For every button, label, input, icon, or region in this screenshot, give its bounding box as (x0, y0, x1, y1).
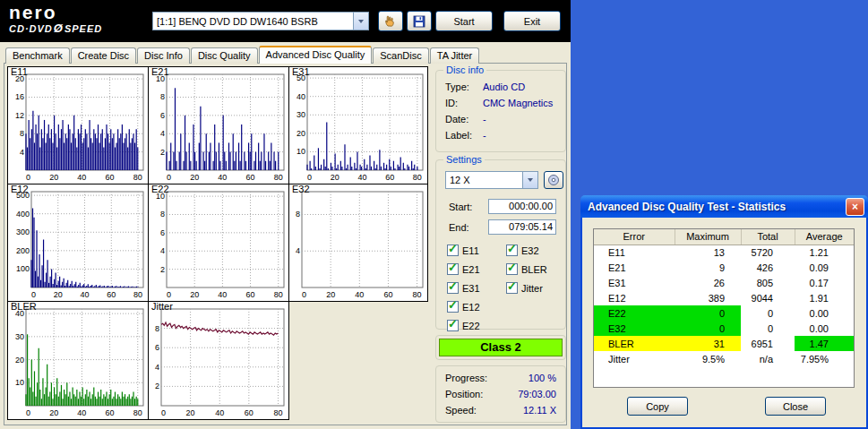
stats-cell-error: BLER (594, 336, 675, 351)
settings-group: Settings 12 X Start: 000:00.00 End: 079:… (435, 159, 566, 330)
drive-select[interactable]: [1:1] BENQ DVD DD DW1640 BSRB (152, 12, 369, 30)
svg-text:60: 60 (385, 173, 394, 182)
svg-text:E12: E12 (11, 184, 29, 194)
checkbox-label: E22 (462, 321, 480, 331)
stats-header-total[interactable]: Total (741, 229, 795, 245)
logo-glyph: Ø (54, 21, 64, 35)
checkbox-e12[interactable]: ✓E12 (447, 297, 480, 316)
tab-disc-quality[interactable]: Disc Quality (191, 47, 258, 64)
stats-cell-maximum: 9 (675, 260, 741, 275)
chart-e31: 1020304050020406080E31 (288, 66, 428, 184)
refresh-button[interactable] (544, 171, 563, 189)
chart-e12: 100200300400500020406080E12 (7, 184, 149, 302)
svg-text:10: 10 (296, 147, 305, 156)
tab-benchmark[interactable]: Benchmark (5, 47, 70, 64)
stats-body: E111357201.21E2194260.09E31268050.17E123… (594, 245, 854, 366)
save-button[interactable] (407, 11, 432, 31)
stats-header-row: ErrorMaximumTotalAverage (594, 229, 854, 245)
svg-text:20: 20 (190, 173, 199, 182)
stats-cell-average: 0.09 (795, 260, 854, 275)
check-icon: ✓ (507, 242, 517, 255)
close-button-bottom[interactable]: Close (765, 397, 826, 416)
checkbox-label: E32 (521, 245, 539, 256)
stats-cell-average: 1.91 (795, 290, 854, 305)
svg-text:6: 6 (155, 343, 159, 352)
close-button[interactable]: × (846, 198, 864, 216)
tab-advanced-disc-quality[interactable]: Advanced Disc Quality (259, 46, 373, 64)
checkbox-e11[interactable]: ✓E11 (447, 241, 480, 260)
svg-text:60: 60 (107, 290, 116, 299)
chart-bler: 10203040020406080BLER (7, 301, 149, 420)
chevron-down-icon[interactable] (522, 172, 537, 188)
copy-button[interactable]: Copy (627, 397, 688, 416)
checkbox-bler[interactable]: ✓BLER (506, 260, 547, 279)
svg-text:8: 8 (160, 92, 165, 101)
arrow-glyph (358, 20, 364, 23)
checkbox-e31[interactable]: ✓E31 (447, 279, 480, 297)
checkbox-e32[interactable]: ✓E32 (506, 241, 547, 260)
checkbox-label: BLER (521, 264, 547, 275)
svg-text:400: 400 (16, 210, 30, 219)
svg-text:12: 12 (15, 111, 24, 120)
svg-text:80: 80 (274, 290, 283, 299)
end-field[interactable]: 079:05.14 (488, 219, 556, 235)
svg-text:60: 60 (106, 173, 115, 182)
check-icon: ✓ (507, 279, 517, 293)
svg-text:40: 40 (77, 173, 86, 182)
svg-text:80: 80 (274, 173, 283, 182)
stats-header-error[interactable]: Error (594, 229, 675, 245)
svg-text:0: 0 (167, 173, 171, 182)
progress-label: Progress: (445, 373, 487, 389)
checkbox-e21[interactable]: ✓E21 (447, 260, 480, 279)
chart-plot-e31: 1020304050020406080E31 (289, 67, 427, 184)
svg-text:E31: E31 (292, 67, 310, 77)
checkboxes-right: ✓E32✓BLER✓Jitter (506, 241, 547, 297)
svg-text:200: 200 (16, 246, 30, 255)
tab-disc-info[interactable]: Disc Info (137, 47, 190, 64)
logo-subtitle: CD·DVDØSPEED (9, 21, 102, 35)
tab-bar: BenchmarkCreate DiscDisc InfoDisc Qualit… (5, 46, 480, 64)
start-button[interactable]: Start (435, 11, 493, 31)
start-field[interactable]: 000:00.00 (488, 199, 556, 214)
stats-row-e31: E31268050.17 (594, 275, 854, 290)
chevron-down-icon[interactable] (353, 13, 368, 30)
chart-e32: 48020406080E32 (288, 184, 428, 302)
speed-select[interactable]: 12 X (445, 171, 538, 189)
stats-window-titlebar[interactable]: Advanced Disc Quality Test - Statistics … (580, 195, 868, 218)
checkbox-jitter[interactable]: ✓Jitter (506, 279, 547, 297)
stats-cell-error: E32 (594, 321, 675, 336)
svg-text:80: 80 (133, 408, 142, 417)
tab-create-disc[interactable]: Create Disc (71, 47, 136, 64)
checkbox-e22[interactable]: ✓E22 (447, 316, 480, 335)
chart-plot-e11: 48121620020406080E11 (8, 67, 148, 184)
svg-text:BLER: BLER (11, 302, 37, 312)
svg-text:20: 20 (49, 408, 58, 417)
checkbox-box: ✓ (447, 301, 459, 313)
checkbox-label: E12 (462, 302, 480, 313)
chart-e11: 48121620020406080E11 (7, 66, 149, 184)
svg-text:20: 20 (190, 290, 199, 299)
chart-plot-e22: 246810020406080E22 (149, 184, 288, 301)
eject-hand-button[interactable] (378, 11, 403, 31)
svg-text:8: 8 (296, 210, 300, 219)
stats-cell-average: 7.95% (795, 351, 854, 366)
stats-header-average[interactable]: Average (795, 229, 854, 245)
svg-text:60: 60 (383, 290, 392, 299)
chart-plot-jitter: 2468020406080Jitter (149, 302, 288, 419)
hand-icon (383, 14, 398, 29)
svg-text:0: 0 (302, 290, 306, 299)
svg-text:E32: E32 (292, 184, 310, 194)
stats-row-e21: E2194260.09 (594, 260, 854, 275)
info-value: CMC Magnetics (483, 98, 553, 110)
info-label: Type: (445, 82, 483, 94)
disc-info-row: Label:- (436, 128, 565, 144)
tab-scandisc[interactable]: ScanDisc (373, 47, 428, 64)
checkbox-label: E11 (462, 245, 479, 256)
checkbox-box: ✓ (447, 263, 459, 275)
exit-button[interactable]: Exit (503, 11, 561, 31)
svg-text:20: 20 (49, 173, 58, 182)
tab-ta-jitter[interactable]: TA Jitter (430, 47, 480, 64)
svg-text:0: 0 (161, 408, 166, 417)
stats-cell-error: E12 (594, 290, 675, 305)
stats-header-maximum[interactable]: Maximum (675, 229, 741, 245)
